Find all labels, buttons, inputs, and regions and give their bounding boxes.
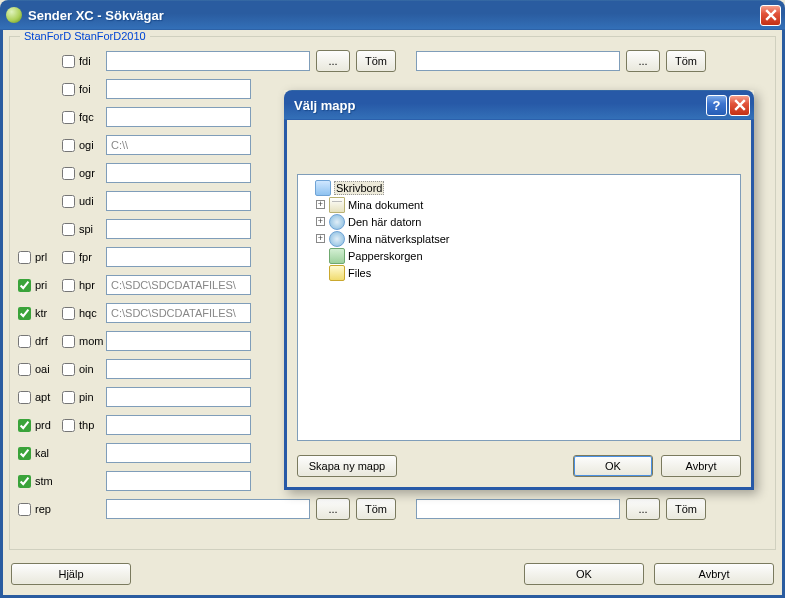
expand-icon[interactable]: + bbox=[316, 200, 325, 209]
lbl-fpr: fpr bbox=[79, 251, 92, 263]
path-fdi-2[interactable] bbox=[416, 51, 620, 71]
tree-label-network: Mina nätverksplatser bbox=[348, 233, 450, 245]
lbl-pin: pin bbox=[79, 391, 94, 403]
chk-fqc[interactable] bbox=[62, 111, 75, 124]
chk-fpr[interactable] bbox=[62, 251, 75, 264]
path-fdi-1[interactable] bbox=[106, 51, 310, 71]
path-ogr[interactable] bbox=[106, 163, 251, 183]
folder-tree[interactable]: Skrivbord + Mina dokument + Den här dato… bbox=[297, 174, 741, 441]
close-icon bbox=[765, 9, 777, 21]
chk-fdi[interactable] bbox=[62, 55, 75, 68]
chk-spi[interactable] bbox=[62, 223, 75, 236]
path-foi[interactable] bbox=[106, 79, 251, 99]
chk-udi[interactable] bbox=[62, 195, 75, 208]
lbl-thp: thp bbox=[79, 419, 94, 431]
help-button[interactable]: Hjälp bbox=[11, 563, 131, 585]
path-hpr[interactable] bbox=[106, 275, 251, 295]
dialog-ok-button[interactable]: OK bbox=[573, 455, 653, 477]
path-mom[interactable] bbox=[106, 331, 251, 351]
clear-rep-2[interactable]: Töm bbox=[666, 498, 706, 520]
lbl-stm: stm bbox=[35, 475, 53, 487]
expand-icon[interactable]: + bbox=[316, 234, 325, 243]
chk-ktr[interactable] bbox=[18, 307, 31, 320]
dialog-cancel-button[interactable]: Avbryt bbox=[661, 455, 741, 477]
chk-pin[interactable] bbox=[62, 391, 75, 404]
lbl-oai: oai bbox=[35, 363, 50, 375]
ok-button-main[interactable]: OK bbox=[524, 563, 644, 585]
tree-item-trash[interactable]: Papperskorgen bbox=[302, 247, 736, 264]
chk-oai[interactable] bbox=[18, 363, 31, 376]
path-oin[interactable] bbox=[106, 359, 251, 379]
dialog-client: Skrivbord + Mina dokument + Den här dato… bbox=[284, 120, 754, 490]
path-stm[interactable] bbox=[106, 471, 251, 491]
folder-icon bbox=[329, 265, 345, 281]
lbl-mom: mom bbox=[79, 335, 103, 347]
tree-item-files[interactable]: Files bbox=[302, 264, 736, 281]
window-title: Sender XC - Sökvägar bbox=[28, 8, 164, 23]
expand-icon[interactable]: + bbox=[316, 217, 325, 226]
path-ogi[interactable] bbox=[106, 135, 251, 155]
lbl-rep: rep bbox=[35, 503, 51, 515]
lbl-fqc: fqc bbox=[79, 111, 94, 123]
lbl-hpr: hpr bbox=[79, 279, 95, 291]
path-hqc[interactable] bbox=[106, 303, 251, 323]
chk-thp[interactable] bbox=[62, 419, 75, 432]
documents-icon bbox=[329, 197, 345, 213]
browse-rep-1[interactable]: ... bbox=[316, 498, 350, 520]
chk-oin[interactable] bbox=[62, 363, 75, 376]
browse-fdi-2[interactable]: ... bbox=[626, 50, 660, 72]
clear-fdi-1[interactable]: Töm bbox=[356, 50, 396, 72]
tree-item-computer[interactable]: + Den här datorn bbox=[302, 213, 736, 230]
path-thp[interactable] bbox=[106, 415, 251, 435]
chk-apt[interactable] bbox=[18, 391, 31, 404]
new-folder-button[interactable]: Skapa ny mapp bbox=[297, 455, 397, 477]
tree-item-network[interactable]: + Mina nätverksplatser bbox=[302, 230, 736, 247]
chk-prl[interactable] bbox=[18, 251, 31, 264]
dialog-close-button[interactable] bbox=[729, 95, 750, 116]
lbl-fdi: fdi bbox=[79, 55, 91, 67]
clear-fdi-2[interactable]: Töm bbox=[666, 50, 706, 72]
chk-rep[interactable] bbox=[18, 503, 31, 516]
path-rep-2[interactable] bbox=[416, 499, 620, 519]
chk-hpr[interactable] bbox=[62, 279, 75, 292]
tree-label-computer: Den här datorn bbox=[348, 216, 421, 228]
chk-drf[interactable] bbox=[18, 335, 31, 348]
lbl-hqc: hqc bbox=[79, 307, 97, 319]
cancel-button-main[interactable]: Avbryt bbox=[654, 563, 774, 585]
chk-foi[interactable] bbox=[62, 83, 75, 96]
dialog-bottom-bar: Skapa ny mapp OK Avbryt bbox=[297, 455, 741, 477]
tree-item-documents[interactable]: + Mina dokument bbox=[302, 196, 736, 213]
path-rep-1[interactable] bbox=[106, 499, 310, 519]
lbl-kal: kal bbox=[35, 447, 49, 459]
chk-ogr[interactable] bbox=[62, 167, 75, 180]
chk-hqc[interactable] bbox=[62, 307, 75, 320]
chk-stm[interactable] bbox=[18, 475, 31, 488]
path-udi[interactable] bbox=[106, 191, 251, 211]
path-pin[interactable] bbox=[106, 387, 251, 407]
dialog-help-button[interactable]: ? bbox=[706, 95, 727, 116]
path-fqc[interactable] bbox=[106, 107, 251, 127]
lbl-ktr: ktr bbox=[35, 307, 47, 319]
main-titlebar: Sender XC - Sökvägar bbox=[0, 0, 785, 30]
path-kal[interactable] bbox=[106, 443, 251, 463]
path-spi[interactable] bbox=[106, 219, 251, 239]
chk-pri[interactable] bbox=[18, 279, 31, 292]
path-fpr[interactable] bbox=[106, 247, 251, 267]
clear-rep-1[interactable]: Töm bbox=[356, 498, 396, 520]
lbl-ogi: ogi bbox=[79, 139, 94, 151]
chk-ogi[interactable] bbox=[62, 139, 75, 152]
lbl-prd: prd bbox=[35, 419, 51, 431]
browse-fdi-1[interactable]: ... bbox=[316, 50, 350, 72]
app-icon bbox=[6, 7, 22, 23]
chk-prd[interactable] bbox=[18, 419, 31, 432]
main-bottom-bar: Hjälp OK Avbryt bbox=[11, 561, 774, 587]
browse-rep-2[interactable]: ... bbox=[626, 498, 660, 520]
lbl-ogr: ogr bbox=[79, 167, 95, 179]
tree-item-desktop[interactable]: Skrivbord bbox=[302, 179, 736, 196]
chk-mom[interactable] bbox=[62, 335, 75, 348]
row-rep: rep ... Töm ... Töm bbox=[18, 495, 767, 523]
main-close-button[interactable] bbox=[760, 5, 781, 26]
lbl-udi: udi bbox=[79, 195, 94, 207]
chk-kal[interactable] bbox=[18, 447, 31, 460]
tree-label-desktop: Skrivbord bbox=[334, 181, 384, 195]
